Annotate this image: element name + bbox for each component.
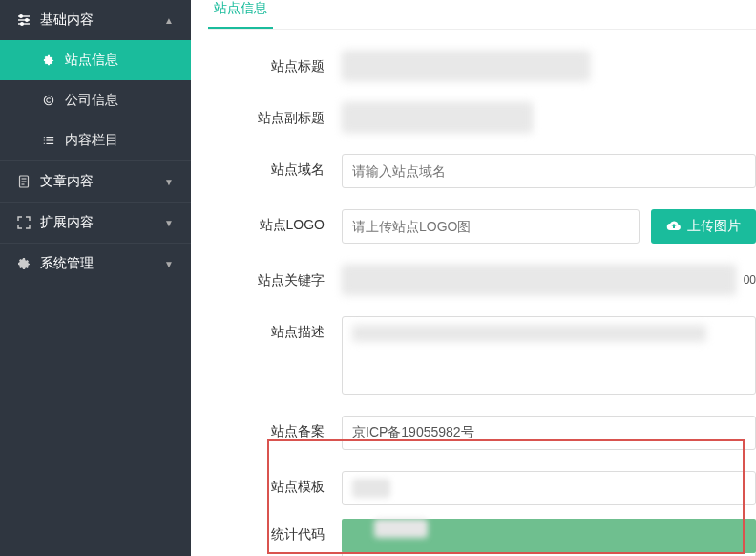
main-panel: 站点信息 站点标题 站点副标题 站点域名 站点LOGO <box>191 0 756 556</box>
settings-form: 站点标题 站点副标题 站点域名 站点LOGO <box>208 51 756 556</box>
site-template-input[interactable] <box>342 471 756 505</box>
site-title-input[interactable] <box>342 51 590 81</box>
tab-site-info[interactable]: 站点信息 <box>208 0 273 29</box>
nav-group-system[interactable]: 系统管理 ▼ <box>0 243 191 284</box>
sidebar-item-site-info[interactable]: 站点信息 <box>0 40 191 80</box>
nav-group-label: 文章内容 <box>40 173 94 190</box>
caret-up-icon: ▲ <box>164 15 174 26</box>
expand-icon <box>17 216 31 229</box>
sliders-icon <box>17 13 31 27</box>
label-site-template: 站点模板 <box>208 471 342 496</box>
copyright-icon <box>42 95 55 106</box>
site-desc-textarea[interactable] <box>342 316 756 395</box>
gear-icon <box>17 257 31 270</box>
site-logo-input[interactable] <box>342 209 640 244</box>
label-site-desc: 站点描述 <box>208 316 342 341</box>
sidebar-item-company-info[interactable]: 公司信息 <box>0 80 191 120</box>
nav-sub-label: 站点信息 <box>65 52 118 69</box>
sidebar: 基础内容 ▲ 站点信息 公司信息 内容栏目 文章内容 ▼ <box>0 0 191 556</box>
nav-group-label: 系统管理 <box>40 255 94 272</box>
sidebar-item-content-columns[interactable]: 内容栏目 <box>0 120 191 160</box>
label-site-domain: 站点域名 <box>208 154 342 179</box>
label-stats-code: 统计代码 <box>208 519 342 544</box>
template-value-blurred <box>352 479 390 498</box>
nav-group-basic[interactable]: 基础内容 ▲ <box>0 0 191 40</box>
label-site-logo: 站点LOGO <box>208 209 342 234</box>
svg-point-5 <box>21 23 24 26</box>
gear-icon <box>42 54 55 66</box>
nav-sub-label: 公司信息 <box>65 92 118 109</box>
label-site-icp: 站点备案 <box>208 416 342 440</box>
label-site-subtitle: 站点副标题 <box>208 102 342 127</box>
upload-button-label: 上传图片 <box>687 218 741 235</box>
site-keywords-input[interactable] <box>342 265 736 295</box>
svg-point-6 <box>44 96 52 104</box>
nav-sub-label: 内容栏目 <box>65 132 118 149</box>
site-domain-input[interactable] <box>342 154 756 188</box>
nav-group-label: 扩展内容 <box>40 214 94 231</box>
svg-point-3 <box>20 15 23 18</box>
svg-point-4 <box>26 19 29 22</box>
nav-group-articles[interactable]: 文章内容 ▼ <box>0 160 191 202</box>
list-icon <box>42 135 55 146</box>
cloud-upload-icon <box>666 219 682 235</box>
doc-icon <box>17 175 31 188</box>
upload-image-button[interactable]: 上传图片 <box>651 209 756 244</box>
caret-down-icon: ▼ <box>164 177 174 187</box>
nav-group-extensions[interactable]: 扩展内容 ▼ <box>0 202 191 243</box>
caret-down-icon: ▼ <box>164 218 174 228</box>
nav-group-label: 基础内容 <box>40 11 94 29</box>
keywords-trail-text: 00 <box>744 273 756 287</box>
stats-blurred-overlay <box>374 519 428 538</box>
label-site-keywords: 站点关键字 <box>208 265 342 289</box>
caret-down-icon: ▼ <box>164 259 174 269</box>
label-site-title: 站点标题 <box>208 51 342 75</box>
site-subtitle-input[interactable] <box>342 102 533 133</box>
site-icp-input[interactable] <box>342 416 756 450</box>
tab-bar: 站点信息 <box>208 0 756 30</box>
